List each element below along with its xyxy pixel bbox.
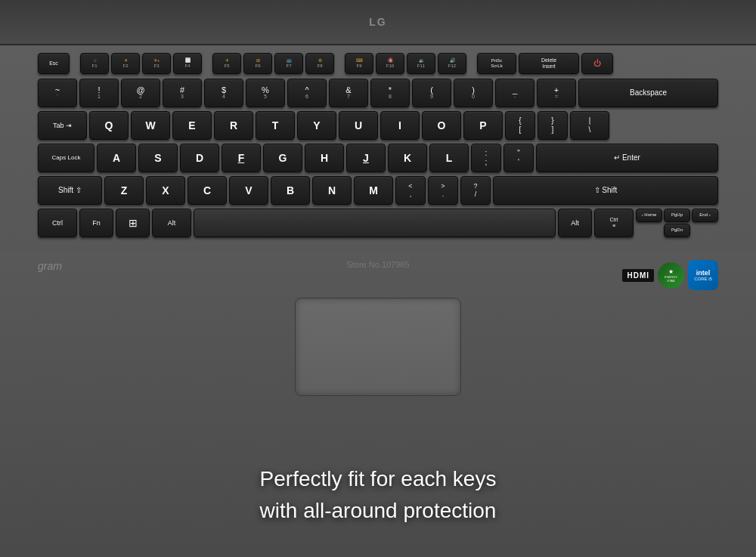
x-key[interactable]: X xyxy=(146,176,185,205)
power-key[interactable]: ⏻ xyxy=(581,53,613,74)
m-key[interactable]: M xyxy=(354,176,393,205)
f11-key[interactable]: 🔉F11 xyxy=(407,53,435,74)
f8-key[interactable]: ⚙F8 xyxy=(305,53,334,74)
energy-star-badge: ★ ENERGYSTAR xyxy=(658,262,684,289)
right-alt-key[interactable]: Alt xyxy=(558,209,592,237)
right-ctrl-key[interactable]: Ctrl≡ xyxy=(594,209,634,237)
overlay-line1: Perfectly fit for each keys xyxy=(0,463,756,495)
o-key[interactable]: O xyxy=(422,111,461,140)
badges-area: HDMI ★ ENERGYSTAR intel CORE i5 xyxy=(622,260,718,290)
intel-logo: intel xyxy=(696,269,711,277)
9-key[interactable]: (9 xyxy=(412,79,451,107)
backspace-key[interactable]: Backspace xyxy=(578,79,718,107)
delete-key[interactable]: DeleteInsert xyxy=(519,53,579,74)
right-shift-key[interactable]: ⇧ Shift xyxy=(493,176,718,205)
end-key[interactable]: End › xyxy=(692,209,718,222)
h-key[interactable]: H xyxy=(305,144,344,172)
home-key[interactable]: ‹ Home xyxy=(636,209,662,222)
i-key[interactable]: I xyxy=(380,111,420,140)
greater-than-key[interactable]: >. xyxy=(428,176,458,205)
f9-key[interactable]: ⌨F9 xyxy=(345,53,373,74)
equals-key[interactable]: += xyxy=(537,79,576,107)
enter-key[interactable]: ↵ Enter xyxy=(536,144,718,172)
g-key[interactable]: G xyxy=(263,144,302,172)
2-key[interactable]: @2 xyxy=(121,79,160,107)
touchpad-area xyxy=(0,298,756,404)
caps-lock-key[interactable]: Caps Lock xyxy=(38,144,94,172)
left-alt-key[interactable]: Alt xyxy=(152,209,191,237)
6-key[interactable]: ^6 xyxy=(287,79,327,107)
windows-key[interactable]: ⊞ xyxy=(116,209,150,237)
f1-key[interactable]: ☆F1 xyxy=(80,53,109,74)
f5-key[interactable]: ✈F5 xyxy=(212,53,241,74)
7-key[interactable]: &7 xyxy=(329,79,368,107)
y-key[interactable]: Y xyxy=(297,111,336,140)
u-key[interactable]: U xyxy=(339,111,378,140)
f7-key[interactable]: 📺F7 xyxy=(274,53,303,74)
f12-key[interactable]: 🔊F12 xyxy=(438,53,466,74)
c-key[interactable]: C xyxy=(187,176,227,205)
laptop-body: LG Esc ☆F1 ☀F2 ☀+F3 ⬜F4 ✈F5 ⊞F6 📺F7 ⚙F8 … xyxy=(0,0,756,557)
t-key[interactable]: T xyxy=(256,111,295,140)
fn-key[interactable]: Fn xyxy=(79,209,113,237)
f2-key[interactable]: ☀F2 xyxy=(111,53,140,74)
4-key[interactable]: $4 xyxy=(204,79,243,107)
top-bezel: LG xyxy=(0,0,756,45)
fn-key-row: Esc ☆F1 ☀F2 ☀+F3 ⬜F4 ✈F5 ⊞F6 📺F7 ⚙F8 ⌨F9… xyxy=(38,53,718,74)
0-key[interactable]: )0 xyxy=(454,79,493,107)
pgdn-key[interactable]: PgDn xyxy=(664,224,690,237)
nav-cluster: ‹ Home PgUp End › PgDn xyxy=(636,209,718,237)
touchpad[interactable] xyxy=(295,298,461,396)
k-key[interactable]: K xyxy=(388,144,427,172)
question-key[interactable]: ?/ xyxy=(460,176,491,205)
f6-key[interactable]: ⊞F6 xyxy=(243,53,272,74)
n-key[interactable]: N xyxy=(312,176,352,205)
bottom-area: gram Store No.107985 HDMI ★ ENERGYSTAR i… xyxy=(0,252,756,298)
f3-key[interactable]: ☀+F3 xyxy=(142,53,171,74)
r-key[interactable]: R xyxy=(214,111,253,140)
tab-key[interactable]: Tab ⇥ xyxy=(38,111,87,140)
d-key[interactable]: D xyxy=(180,144,219,172)
f4-key[interactable]: ⬜F4 xyxy=(173,53,202,74)
b-key[interactable]: B xyxy=(271,176,310,205)
e-key[interactable]: E xyxy=(172,111,212,140)
close-brace-key[interactable]: }] xyxy=(538,111,568,140)
intel-badge: intel CORE i5 xyxy=(688,260,718,290)
w-key[interactable]: W xyxy=(131,111,170,140)
pipe-key[interactable]: |\ xyxy=(570,111,609,140)
j-key[interactable]: J xyxy=(346,144,386,172)
overlay-text: Perfectly fit for each keys with all-aro… xyxy=(0,463,756,527)
p-key[interactable]: P xyxy=(463,111,503,140)
spacebar-key[interactable] xyxy=(194,209,556,237)
keyboard-area: Esc ☆F1 ☀F2 ☀+F3 ⬜F4 ✈F5 ⊞F6 📺F7 ⚙F8 ⌨F9… xyxy=(0,45,756,252)
l-key[interactable]: L xyxy=(429,144,469,172)
less-than-key[interactable]: <, xyxy=(395,176,426,205)
5-key[interactable]: %5 xyxy=(246,79,285,107)
gram-label: gram xyxy=(38,260,62,272)
quote-key[interactable]: "' xyxy=(503,144,534,172)
intel-model: CORE i5 xyxy=(694,277,712,281)
f-key[interactable]: F xyxy=(222,144,261,172)
a-key[interactable]: A xyxy=(97,144,136,172)
f10-key[interactable]: 🔇F10 xyxy=(376,53,404,74)
s-key[interactable]: S xyxy=(138,144,178,172)
store-number: Store No.107985 xyxy=(346,260,409,269)
left-ctrl-key[interactable]: Ctrl xyxy=(38,209,77,237)
pgup-key[interactable]: PgUp xyxy=(664,209,690,222)
qwerty-key-row: Tab ⇥ Q W E R T Y U I O P {[ }] |\ xyxy=(38,111,718,140)
8-key[interactable]: *8 xyxy=(370,79,410,107)
minus-key[interactable]: _- xyxy=(495,79,534,107)
left-shift-key[interactable]: Shift ⇧ xyxy=(38,176,102,205)
colon-key[interactable]: :; xyxy=(471,144,501,172)
tilde-key[interactable]: ~` xyxy=(38,79,77,107)
open-brace-key[interactable]: {[ xyxy=(505,111,535,140)
shift-key-row: Shift ⇧ Z X C V B N M <, >. ?/ ⇧ Shift xyxy=(38,176,718,205)
v-key[interactable]: V xyxy=(229,176,268,205)
3-key[interactable]: #3 xyxy=(163,79,202,107)
q-key[interactable]: Q xyxy=(89,111,129,140)
esc-key[interactable]: Esc xyxy=(38,53,70,74)
z-key[interactable]: Z xyxy=(104,176,144,205)
number-key-row: ~` !1 @2 #3 $4 %5 ^6 &7 *8 (9 )0 _- += B… xyxy=(38,79,718,107)
1-key[interactable]: !1 xyxy=(79,79,119,107)
prtsc-key[interactable]: PrtScScrLk xyxy=(477,53,516,74)
